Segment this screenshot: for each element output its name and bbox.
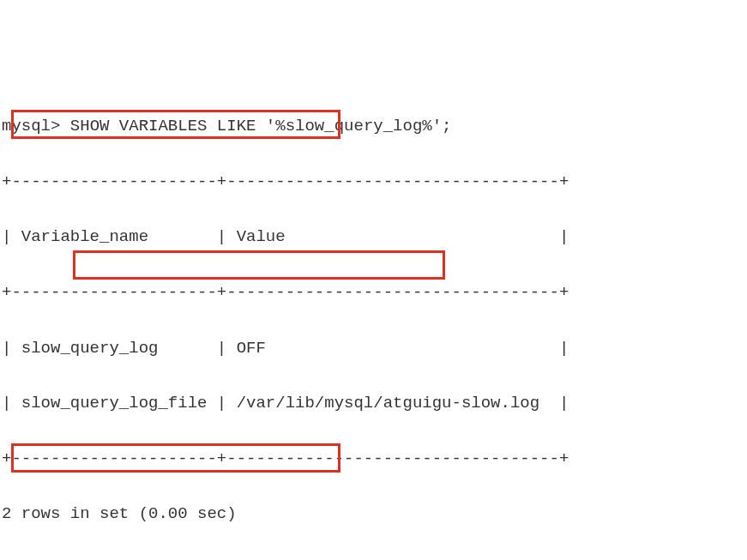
- table-row-1b: | slow_query_log_file | /var/lib/mysql/a…: [2, 389, 745, 417]
- table-row-1a: | slow_query_log | OFF |: [2, 334, 745, 362]
- blank-line: [2, 556, 745, 560]
- table-header-1: | Variable_name | Value |: [2, 223, 745, 250]
- highlight-box-3: [11, 443, 340, 473]
- table-border-mid-1: +---------------------+-----------------…: [2, 279, 745, 306]
- highlight-box-1: [11, 110, 340, 139]
- highlight-box-2: [73, 250, 445, 280]
- summary-1: 2 rows in set (0.00 sec): [2, 500, 745, 527]
- table-border-top-1: +---------------------+-----------------…: [2, 168, 745, 196]
